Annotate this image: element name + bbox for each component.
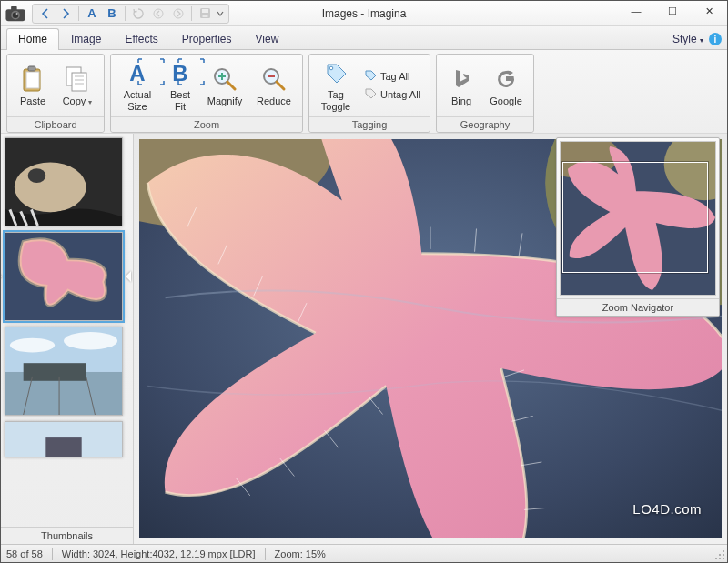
actual-size-button[interactable]: A ActualSize [116,57,159,114]
copy-label: Copy ▾ [63,96,93,107]
resize-grip-icon[interactable] [714,549,725,560]
copy-button[interactable]: Copy ▾ [56,57,99,114]
bing-button[interactable]: Bing [441,57,481,114]
svg-point-67 [723,558,724,559]
paste-button[interactable]: Paste [12,57,54,114]
window-controls: — ☐ ✕ [618,1,727,26]
svg-rect-12 [28,66,35,71]
thumbnail-item[interactable] [5,137,123,226]
svg-point-6 [174,9,183,18]
status-dimensions: Width: 3024, Height:4032, 12.19 mpx [LDR… [62,548,256,559]
reduce-icon [261,65,287,94]
ribbon-group-geography: Bing Google Geography [436,54,534,133]
maximize-button[interactable]: ☐ [654,1,691,21]
magnify-button[interactable]: Magnify [201,57,248,114]
tab-image[interactable]: Image [59,28,113,50]
magnify-icon [212,65,238,94]
qat-customize-dropdown[interactable] [216,5,225,23]
zoom-navigator-image[interactable] [560,141,716,296]
image-viewer[interactable]: Zoom Navigator LO4D.com [134,134,727,544]
qat-next-button[interactable] [56,5,75,23]
status-separator [52,548,53,560]
reduce-button[interactable]: Reduce [250,57,298,114]
thumbnails-title: Thumbnails [1,527,133,544]
tag-small-buttons: Tag All Untag All [359,67,425,104]
status-position: 58 of 58 [6,548,43,559]
google-button[interactable]: Google [483,57,529,114]
status-separator [265,548,266,560]
zoom-navigator-panel[interactable]: Zoom Navigator [556,137,720,317]
zoom-group-title: Zoom [111,116,302,132]
tag-all-label: Tag All [380,71,410,82]
tag-all-button[interactable]: Tag All [359,67,425,85]
svg-rect-32 [24,363,86,381]
qat-separator [125,6,126,21]
app-icon[interactable] [1,1,30,26]
thumbnail-item[interactable] [5,421,123,457]
zoom-navigator-viewport[interactable] [562,162,708,273]
svg-point-27 [15,162,86,212]
svg-rect-36 [46,437,81,457]
tab-properties[interactable]: Properties [170,28,244,50]
svg-point-63 [719,554,721,556]
best-fit-button[interactable]: B BestFit [161,57,199,114]
style-dropdown[interactable]: Style ▾ [672,33,703,45]
tag-all-icon [364,69,377,84]
thumbnail-item[interactable] [5,327,123,416]
bing-label: Bing [451,96,471,107]
qat-best-fit-button[interactable]: B [103,5,121,23]
best-fit-icon: B [172,58,187,87]
close-button[interactable]: ✕ [691,1,727,21]
title-bar: A B Images - Imagina — ☐ ✕ [1,1,727,26]
untag-all-icon [364,87,377,102]
tag-toggle-label: TagToggle [321,89,350,112]
qat-prev-button[interactable] [36,5,55,23]
untag-all-label: Untag All [380,89,420,100]
tab-home[interactable]: Home [6,28,59,50]
svg-point-66 [719,558,721,559]
svg-line-23 [277,82,284,89]
svg-point-5 [154,9,163,18]
qat-back-button[interactable] [149,5,167,23]
svg-point-28 [28,168,46,183]
minimize-button[interactable]: — [618,1,654,21]
ribbon-group-tagging: TagToggle Tag All Untag All Tagging [308,54,430,133]
qat-actual-size-button[interactable]: A [83,5,101,23]
zoom-navigator-title: Zoom Navigator [557,298,719,316]
tab-effects[interactable]: Effects [113,28,169,50]
qat-forward-button[interactable] [169,5,187,23]
ribbon: Paste Copy ▾ Clipboard [1,50,727,136]
clipboard-group-title: Clipboard [7,116,104,132]
tag-toggle-button[interactable]: TagToggle [314,57,358,114]
status-zoom: Zoom: 15% [275,548,326,559]
actual-size-icon: A [129,58,145,87]
svg-point-62 [723,550,724,552]
svg-rect-11 [26,72,39,88]
thumbnails-list[interactable] [1,134,133,527]
qat-save-button[interactable] [196,5,214,23]
svg-point-34 [64,332,117,350]
google-icon [495,65,517,94]
best-fit-label: BestFit [170,89,190,112]
actual-size-label: ActualSize [124,89,152,112]
svg-line-19 [228,82,235,89]
copy-icon [65,65,90,94]
info-icon[interactable]: i [709,33,722,45]
qat-refresh-button[interactable] [129,5,147,23]
untag-all-button[interactable]: Untag All [359,85,425,104]
google-label: Google [490,96,521,107]
paste-label: Paste [20,96,46,107]
magnify-label: Magnify [207,96,243,107]
ribbon-tabs: Home Image Effects Properties View Style… [1,26,727,50]
tagging-group-title: Tagging [309,116,430,132]
svg-point-65 [715,558,717,559]
tab-view[interactable]: View [244,28,291,50]
ribbon-group-clipboard: Paste Copy ▾ Clipboard [6,54,105,133]
qat-separator [191,6,192,21]
svg-point-64 [723,554,724,556]
tag-icon [324,58,348,87]
bing-icon [450,65,472,94]
svg-point-4 [16,12,18,14]
svg-rect-14 [72,73,86,91]
thumbnail-item-selected[interactable] [5,232,123,321]
